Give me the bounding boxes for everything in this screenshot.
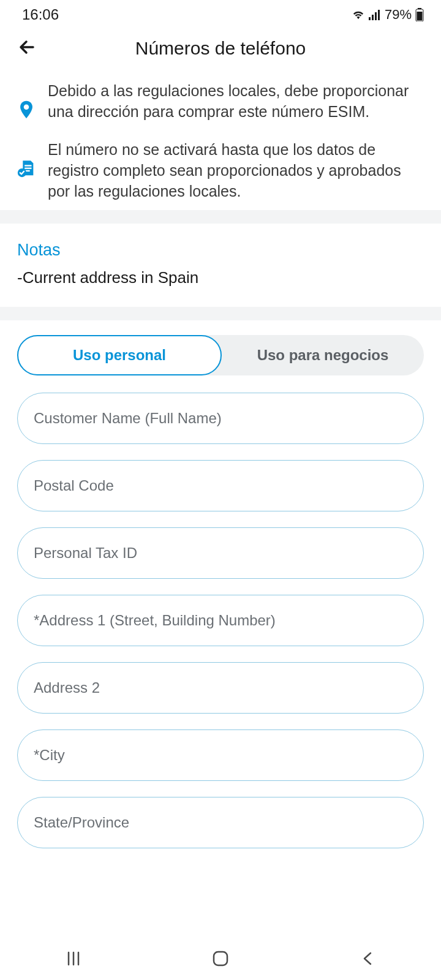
divider — [0, 210, 441, 224]
divider — [0, 307, 441, 320]
notes-item: -Current address in Spain — [17, 268, 424, 287]
nav-back-button[interactable] — [331, 951, 404, 967]
status-time: 16:06 — [22, 6, 59, 23]
info-activation: El número no se activará hasta que los d… — [0, 131, 441, 210]
svg-rect-6 — [417, 12, 423, 21]
status-battery: 79% — [385, 7, 412, 23]
svg-rect-1 — [372, 15, 374, 20]
postal-code-field[interactable] — [17, 460, 424, 511]
recents-button[interactable] — [37, 950, 110, 967]
tab-business[interactable]: Uso para negocios — [222, 335, 424, 375]
tax-id-field[interactable] — [17, 527, 424, 579]
notes-section: Notas -Current address in Spain — [0, 224, 441, 307]
info-address: Debido a las regulaciones locales, debe … — [0, 72, 441, 131]
wifi-icon — [352, 9, 365, 20]
svg-rect-2 — [375, 12, 377, 20]
svg-rect-15 — [214, 952, 227, 965]
header: Números de teléfono — [0, 29, 441, 72]
system-nav-bar — [0, 937, 441, 980]
location-pin-icon — [16, 99, 37, 123]
customer-name-field[interactable] — [17, 393, 424, 444]
address1-field[interactable] — [17, 595, 424, 646]
info-address-text: Debido a las regulaciones locales, debe … — [48, 81, 425, 123]
tab-personal[interactable]: Uso personal — [17, 335, 222, 375]
usage-tabs: Uso personal Uso para negocios — [17, 335, 424, 375]
svg-point-7 — [24, 105, 29, 110]
back-button[interactable] — [16, 36, 38, 61]
notes-title: Notas — [17, 241, 424, 260]
form-section: Uso personal Uso para negocios — [0, 320, 441, 864]
info-activation-text: El número no se activará hasta que los d… — [48, 140, 425, 202]
status-bar: 16:06 79% — [0, 0, 441, 29]
address2-field[interactable] — [17, 662, 424, 714]
svg-rect-0 — [369, 17, 371, 20]
signal-icon — [369, 9, 381, 20]
city-field[interactable] — [17, 729, 424, 781]
status-right: 79% — [352, 7, 424, 23]
svg-rect-8 — [24, 165, 31, 166]
svg-rect-9 — [24, 168, 31, 169]
battery-icon — [415, 8, 424, 21]
page-title: Números de teléfono — [16, 38, 425, 59]
state-field[interactable] — [17, 797, 424, 848]
svg-rect-3 — [378, 10, 380, 20]
home-button[interactable] — [184, 949, 257, 968]
document-check-icon — [16, 158, 37, 181]
